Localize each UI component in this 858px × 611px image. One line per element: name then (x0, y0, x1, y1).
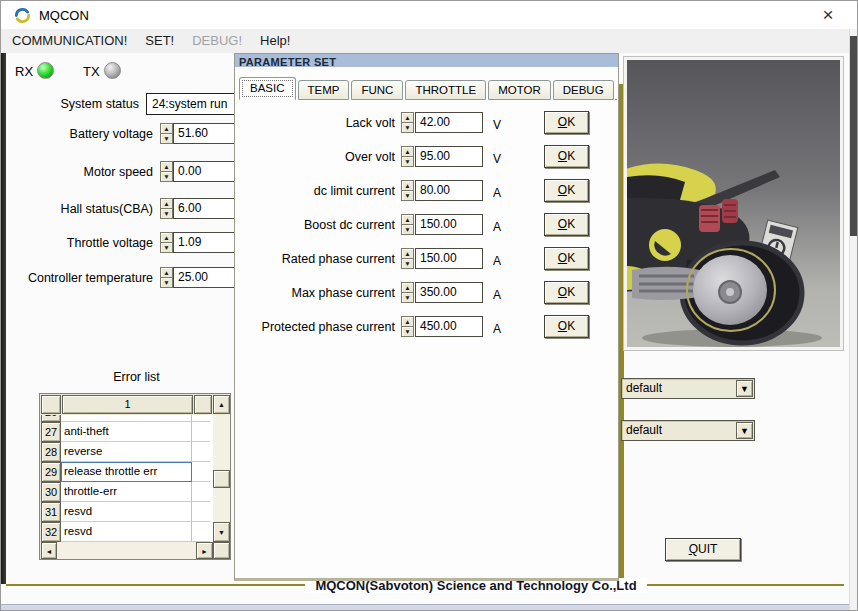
grid-vscroll-thumb[interactable] (213, 470, 230, 488)
param-spinner-over-volt[interactable]: ▲▼ (401, 146, 414, 167)
spinner-down-icon[interactable]: ▼ (160, 208, 173, 219)
param-spinner-lack-volt[interactable]: ▲▼ (401, 112, 414, 133)
spinner-down-icon[interactable]: ▼ (160, 277, 173, 288)
error-row-30[interactable]: 30throttle-err (41, 482, 213, 502)
profile-dropdown-1[interactable]: default▼ (621, 378, 755, 399)
param-input-over-volt[interactable]: 95.00 (415, 146, 483, 167)
menu-set[interactable]: SET! (136, 30, 183, 52)
tab-basic[interactable]: BASIC (239, 77, 296, 100)
grid-vscroll-track[interactable]: ▼ (213, 415, 230, 542)
dropdown-arrow-icon[interactable]: ▼ (736, 380, 753, 397)
error-row-label[interactable]: resvd (61, 502, 192, 522)
error-row-27[interactable]: 27anti-theft (41, 422, 213, 442)
error-row-label[interactable]: resvd (61, 522, 192, 542)
spinner-battery-voltage[interactable]: ▲▼ (160, 123, 173, 144)
tab-motor[interactable]: MOTOR (488, 80, 551, 100)
spinner-up-icon[interactable]: ▲ (160, 161, 173, 171)
param-input-max-phase-current[interactable]: 350.00 (415, 282, 483, 303)
grid-hscroll-track[interactable]: ◄ ► (41, 542, 213, 559)
param-input-lack-volt[interactable]: 42.00 (415, 112, 483, 133)
spinner-controller-temperature[interactable]: ▲▼ (160, 267, 173, 288)
param-spinner-protected-phase-current[interactable]: ▲▼ (401, 316, 414, 337)
spinner-down-icon[interactable]: ▼ (160, 171, 173, 182)
tab-temp[interactable]: TEMP (298, 80, 350, 100)
field-input-throttle-voltage[interactable]: 1.09 (173, 232, 237, 253)
spinner-down-icon[interactable]: ▼ (401, 156, 414, 167)
spinner-down-icon[interactable]: ▼ (401, 190, 414, 201)
spinner-down-icon[interactable]: ▼ (401, 258, 414, 269)
grid-scroll-down-icon[interactable]: ▼ (213, 522, 230, 542)
ok-button-lack-volt[interactable]: OK (544, 111, 589, 134)
error-list-table[interactable]: 1 ▲ 2627anti-theft28reverse29release thr… (39, 393, 231, 560)
spinner-up-icon[interactable]: ▲ (401, 112, 414, 122)
param-spinner-max-phase-current[interactable]: ▲▼ (401, 282, 414, 303)
field-input-motor-speed[interactable]: 0.00 (173, 161, 237, 182)
error-row-26[interactable]: 26 (41, 415, 213, 422)
close-icon[interactable]: × (815, 4, 841, 26)
app-logo-icon (14, 7, 31, 24)
spinner-up-icon[interactable]: ▲ (160, 267, 173, 277)
field-input-controller-temperature[interactable]: 25.00 (173, 267, 237, 288)
spinner-down-icon[interactable]: ▼ (160, 133, 173, 144)
spinner-up-icon[interactable]: ▲ (160, 123, 173, 133)
spinner-throttle-voltage[interactable]: ▲▼ (160, 232, 173, 253)
menu-help[interactable]: Help! (251, 30, 299, 52)
field-input-battery-voltage[interactable]: 51.60 (173, 123, 237, 144)
error-row-label[interactable]: release throttle err (61, 462, 192, 482)
param-input-dc-limit-current[interactable]: 80.00 (415, 180, 483, 201)
grid-column-header[interactable]: 1 (62, 395, 193, 414)
spinner-up-icon[interactable]: ▲ (401, 214, 414, 224)
spinner-up-icon[interactable]: ▲ (160, 232, 173, 242)
error-list-title: Error list (59, 370, 214, 384)
param-input-rated-phase-current[interactable]: 150.00 (415, 248, 483, 269)
error-row-label[interactable]: throttle-err (61, 482, 192, 502)
spinner-up-icon[interactable]: ▲ (401, 282, 414, 292)
param-input-protected-phase-current[interactable]: 450.00 (415, 316, 483, 337)
ok-button-protected-phase-current[interactable]: OK (544, 315, 589, 338)
error-row-label[interactable]: anti-theft (61, 422, 192, 442)
tab-throttle[interactable]: THROTTLE (405, 80, 486, 100)
spinner-up-icon[interactable]: ▲ (401, 316, 414, 326)
param-spinner-boost-dc-current[interactable]: ▲▼ (401, 214, 414, 235)
param-input-boost-dc-current[interactable]: 150.00 (415, 214, 483, 235)
main-scrollbar-thumb[interactable] (850, 36, 858, 236)
error-row-label[interactable]: reverse (61, 442, 192, 462)
tab-debug[interactable]: DEBUG (553, 80, 614, 100)
dialog-title-bar[interactable]: PARAMETER SET (235, 54, 618, 67)
error-row-32[interactable]: 32resvd (41, 522, 213, 542)
grid-scroll-left-icon[interactable]: ◄ (41, 542, 57, 559)
spinner-down-icon[interactable]: ▼ (401, 292, 414, 303)
error-row-28[interactable]: 28reverse (41, 442, 213, 462)
spinner-down-icon[interactable]: ▼ (401, 326, 414, 337)
grid-scroll-right-icon[interactable]: ► (196, 542, 213, 559)
spinner-up-icon[interactable]: ▲ (401, 248, 414, 258)
main-scrollbar[interactable] (849, 29, 858, 611)
param-label-dc-limit-current: dc limit current (235, 184, 395, 198)
param-spinner-rated-phase-current[interactable]: ▲▼ (401, 248, 414, 269)
param-spinner-dc-limit-current[interactable]: ▲▼ (401, 180, 414, 201)
error-row-29[interactable]: 29release throttle err (41, 462, 213, 482)
ok-button-boost-dc-current[interactable]: OK (544, 213, 589, 236)
spinner-up-icon[interactable]: ▲ (401, 146, 414, 156)
error-row-label[interactable] (61, 415, 192, 422)
spinner-down-icon[interactable]: ▼ (401, 122, 414, 133)
quit-button[interactable]: QUIT (665, 538, 741, 561)
error-row-31[interactable]: 31resvd (41, 502, 213, 522)
spinner-down-icon[interactable]: ▼ (401, 224, 414, 235)
ok-button-rated-phase-current[interactable]: OK (544, 247, 589, 270)
spinner-up-icon[interactable]: ▲ (160, 198, 173, 208)
spinner-up-icon[interactable]: ▲ (401, 180, 414, 190)
tab-func[interactable]: FUNC (351, 80, 403, 100)
error-row-pad (192, 462, 210, 482)
field-input-hall-status-cba-[interactable]: 6.00 (173, 198, 237, 219)
spinner-hall-status-cba-[interactable]: ▲▼ (160, 198, 173, 219)
spinner-motor-speed[interactable]: ▲▼ (160, 161, 173, 182)
profile-dropdown-2[interactable]: default▼ (621, 420, 755, 441)
dropdown-arrow-icon[interactable]: ▼ (736, 422, 753, 439)
spinner-down-icon[interactable]: ▼ (160, 242, 173, 253)
grid-scroll-up-icon[interactable]: ▲ (213, 395, 230, 414)
menu-communication[interactable]: COMMUNICATION! (3, 30, 136, 52)
ok-button-dc-limit-current[interactable]: OK (544, 179, 589, 202)
ok-button-max-phase-current[interactable]: OK (544, 281, 589, 304)
ok-button-over-volt[interactable]: OK (544, 145, 589, 168)
